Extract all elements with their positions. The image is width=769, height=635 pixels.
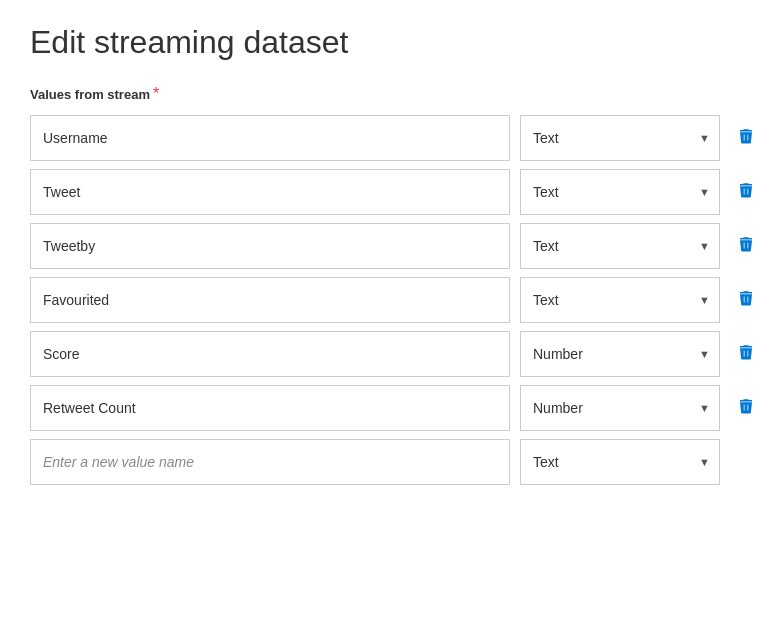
delete-field-button[interactable] <box>730 338 762 370</box>
section-label: Values from stream* <box>30 85 739 103</box>
trash-icon <box>737 235 755 257</box>
type-select[interactable]: TextNumberDateTimeBoolean <box>520 115 720 161</box>
field-name-input[interactable] <box>30 385 510 431</box>
trash-icon <box>737 343 755 365</box>
type-select[interactable]: TextNumberDateTimeBoolean <box>520 223 720 269</box>
trash-icon <box>737 289 755 311</box>
field-name-input[interactable] <box>30 277 510 323</box>
delete-field-button[interactable] <box>730 284 762 316</box>
fields-container: TextNumberDateTimeBoolean▼ TextNumberDat… <box>30 115 739 493</box>
type-select-wrapper: TextNumberDateTimeBoolean▼ <box>520 385 720 431</box>
field-row: TextNumberDateTimeBoolean▼ <box>30 385 739 431</box>
type-select-wrapper: TextNumberDateTimeBoolean▼ <box>520 277 720 323</box>
field-row: TextNumberDateTimeBoolean▼ <box>30 439 739 485</box>
section-label-text: Values from stream <box>30 87 150 102</box>
type-select-wrapper: TextNumberDateTimeBoolean▼ <box>520 439 720 485</box>
field-row: TextNumberDateTimeBoolean▼ <box>30 223 739 269</box>
delete-field-button[interactable] <box>730 122 762 154</box>
delete-field-button[interactable] <box>730 176 762 208</box>
field-row: TextNumberDateTimeBoolean▼ <box>30 169 739 215</box>
field-name-input[interactable] <box>30 331 510 377</box>
field-name-input[interactable] <box>30 169 510 215</box>
trash-icon <box>737 181 755 203</box>
field-name-input[interactable] <box>30 223 510 269</box>
type-select-wrapper: TextNumberDateTimeBoolean▼ <box>520 115 720 161</box>
type-select-wrapper: TextNumberDateTimeBoolean▼ <box>520 169 720 215</box>
page-title: Edit streaming dataset <box>30 24 739 61</box>
field-name-input[interactable] <box>30 439 510 485</box>
type-select[interactable]: TextNumberDateTimeBoolean <box>520 277 720 323</box>
type-select[interactable]: TextNumberDateTimeBoolean <box>520 169 720 215</box>
type-select[interactable]: TextNumberDateTimeBoolean <box>520 385 720 431</box>
required-indicator: * <box>153 85 159 102</box>
field-row: TextNumberDateTimeBoolean▼ <box>30 115 739 161</box>
type-select[interactable]: TextNumberDateTimeBoolean <box>520 439 720 485</box>
field-row: TextNumberDateTimeBoolean▼ <box>30 277 739 323</box>
delete-field-button[interactable] <box>730 230 762 262</box>
field-row: TextNumberDateTimeBoolean▼ <box>30 331 739 377</box>
trash-icon <box>737 397 755 419</box>
type-select-wrapper: TextNumberDateTimeBoolean▼ <box>520 223 720 269</box>
trash-icon <box>737 127 755 149</box>
type-select-wrapper: TextNumberDateTimeBoolean▼ <box>520 331 720 377</box>
type-select[interactable]: TextNumberDateTimeBoolean <box>520 331 720 377</box>
field-name-input[interactable] <box>30 115 510 161</box>
delete-field-button[interactable] <box>730 392 762 424</box>
